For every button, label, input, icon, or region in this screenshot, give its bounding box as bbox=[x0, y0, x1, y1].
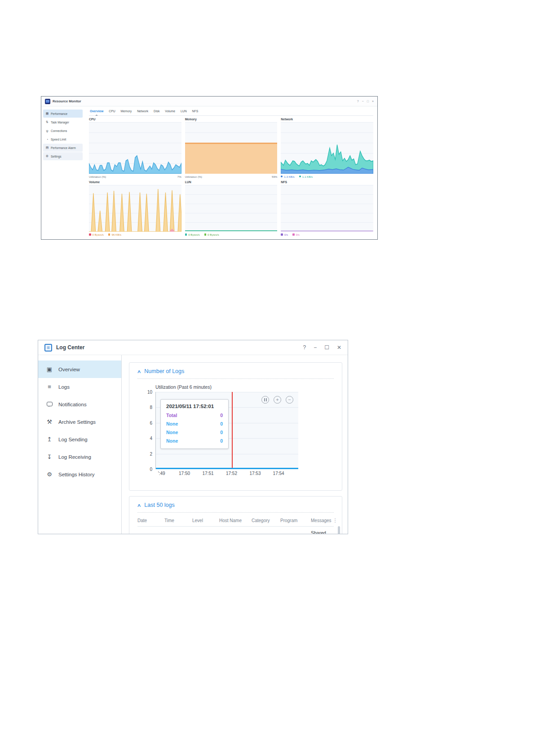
tooltip-value: 0 bbox=[220, 413, 223, 418]
lun-legend: 0 Bytes/s 0 Bytes/s bbox=[185, 232, 278, 237]
tab-volume[interactable]: Volume bbox=[165, 110, 175, 113]
performance-tabs: Overview CPU Memory Network Disk Volume … bbox=[89, 108, 373, 116]
cpu-chart bbox=[89, 122, 181, 174]
memory-panel: Memory Utilization (%) 59% bbox=[185, 118, 278, 179]
chart-controls: + − bbox=[261, 396, 293, 404]
tooltip-label: Total bbox=[166, 413, 177, 418]
x-tick: 17:54 bbox=[273, 471, 284, 476]
collapse-chevron-icon[interactable]: ∧ bbox=[137, 369, 141, 374]
gear-icon: ⚙ bbox=[45, 154, 49, 158]
lun-panel: LUN 0 Bytes/s 0 Bytes/s bbox=[185, 180, 278, 237]
volume-read-marker bbox=[89, 233, 91, 236]
volume-area-series bbox=[89, 185, 181, 232]
window-controls: ? − □ × bbox=[357, 100, 374, 103]
tab-cpu[interactable]: CPU bbox=[109, 110, 115, 113]
tooltip-label: None bbox=[166, 438, 178, 444]
sidebar-item-label: Settings bbox=[51, 155, 62, 158]
sidebar-item-task-manager[interactable]: ⇅ Task Manager bbox=[43, 118, 83, 126]
zoom-out-button[interactable]: − bbox=[286, 396, 293, 404]
lun-panel-title: LUN bbox=[185, 180, 278, 185]
y-tick: 8 bbox=[150, 405, 152, 410]
tab-nfs[interactable]: NFS bbox=[192, 110, 199, 113]
log-program: NetworkBa... bbox=[280, 533, 311, 534]
sidebar-item-log-receiving[interactable]: ↧ Log Receiving bbox=[38, 448, 121, 466]
connections-plug-icon: ψ bbox=[45, 129, 49, 132]
maximize-button[interactable]: ☐ bbox=[324, 345, 329, 350]
tooltip-value: 0 bbox=[220, 438, 223, 444]
section-heading: Number of Logs bbox=[144, 368, 184, 374]
sidebar-item-label: Connections bbox=[51, 129, 67, 132]
cpu-panel: CPU Utilization (%) 7% bbox=[89, 118, 181, 179]
tooltip-label: None bbox=[166, 421, 178, 426]
sidebar-item-speed-limit[interactable]: ◔ Speed Limit bbox=[43, 135, 83, 143]
sidebar-item-logs[interactable]: ≡ Logs bbox=[38, 378, 121, 396]
log-center-content: ∧ Number of Logs Utilization (Past 6 min… bbox=[122, 355, 348, 534]
tooltip-value: 0 bbox=[220, 430, 223, 435]
network-download-value: 1.1 KB/s bbox=[302, 175, 313, 178]
tab-network[interactable]: Network bbox=[137, 110, 148, 113]
resource-monitor-sidebar: ▦ Performance ⇅ Task Manager ψ Connectio… bbox=[41, 106, 84, 239]
alarm-server-icon: ▤ bbox=[45, 146, 49, 149]
column-options-icon[interactable]: ⋮ bbox=[332, 518, 338, 523]
cpu-utilization-value: 7% bbox=[177, 175, 181, 178]
tab-overview[interactable]: Overview bbox=[90, 110, 103, 113]
restore-button[interactable]: □ bbox=[367, 100, 369, 103]
column-header-time[interactable]: Time bbox=[164, 518, 192, 523]
sidebar-item-label: Logs bbox=[58, 384, 70, 390]
column-header-host-name[interactable]: Host Name bbox=[219, 518, 252, 523]
nfs-read-value: 0/s bbox=[284, 233, 288, 236]
log-center-titlebar: ≡ Log Center ? − ☐ ✕ bbox=[38, 340, 348, 355]
network-download-dot bbox=[299, 176, 301, 177]
tab-disk[interactable]: Disk bbox=[154, 110, 159, 113]
sidebar-item-performance-alarm[interactable]: ▤ Performance Alarm bbox=[43, 144, 83, 152]
y-tick: 2 bbox=[150, 451, 152, 456]
tab-lun[interactable]: LUN bbox=[181, 110, 187, 113]
lun-read-marker bbox=[185, 233, 187, 236]
tab-memory[interactable]: Memory bbox=[121, 110, 132, 113]
close-button[interactable]: × bbox=[372, 100, 374, 103]
last-50-logs-header[interactable]: ∧ Last 50 logs bbox=[137, 502, 334, 513]
pause-button[interactable] bbox=[261, 396, 269, 404]
desktop: Resource Monitor ? − □ × ▦ Performance ⇅… bbox=[0, 0, 535, 756]
cpu-panel-title: CPU bbox=[89, 118, 181, 122]
help-button[interactable]: ? bbox=[357, 100, 359, 103]
log-time: 17:24:41 bbox=[164, 533, 192, 534]
column-header-messages[interactable]: Messages bbox=[311, 518, 332, 523]
logs-table-header: Date Time Level Host Name Category Progr… bbox=[137, 514, 334, 527]
column-header-level[interactable]: Level bbox=[192, 518, 219, 523]
resource-monitor-window: Resource Monitor ? − □ × ▦ Performance ⇅… bbox=[41, 96, 378, 240]
table-row[interactable]: 05/11/20... 17:24:41 Error Blackbox SYST… bbox=[137, 527, 334, 534]
sidebar-item-overview[interactable]: ▣ Overview bbox=[38, 360, 121, 378]
memory-footer: Utilization (%) 59% bbox=[185, 174, 278, 179]
sidebar-item-archive-settings[interactable]: ⚒ Archive Settings bbox=[38, 413, 121, 431]
log-center-app-icon: ≡ bbox=[44, 344, 52, 352]
window-title: Log Center bbox=[56, 344, 84, 351]
sidebar-item-performance[interactable]: ▦ Performance bbox=[43, 110, 83, 118]
column-header-date[interactable]: Date bbox=[137, 518, 164, 523]
close-button[interactable]: ✕ bbox=[337, 345, 341, 350]
sidebar-item-label: Task Manager bbox=[51, 121, 69, 124]
column-header-program[interactable]: Program bbox=[280, 518, 311, 523]
sidebar-item-settings[interactable]: ⚙ Settings bbox=[43, 152, 83, 160]
sidebar-item-log-sending[interactable]: ↥ Log Sending bbox=[38, 431, 121, 448]
network-area-series bbox=[281, 122, 373, 174]
logs-list-icon: ≡ bbox=[46, 383, 53, 390]
x-tick: ':49 bbox=[158, 471, 165, 476]
log-center-body: ▣ Overview ≡ Logs Notifications ⚒ Archiv… bbox=[38, 355, 348, 534]
collapse-chevron-icon[interactable]: ∧ bbox=[137, 503, 141, 508]
column-header-category[interactable]: Category bbox=[252, 518, 280, 523]
minimize-button[interactable]: − bbox=[314, 345, 317, 350]
volume-panel: Volume 0 Bytes/s 96 KB/s bbox=[89, 180, 181, 237]
plot-area[interactable]: + − 2021/05/11 17:52:01 Total 0 bbox=[155, 392, 298, 469]
lun-write-marker bbox=[204, 233, 207, 236]
table-scrollbar[interactable] bbox=[338, 526, 340, 534]
number-of-logs-header[interactable]: ∧ Number of Logs bbox=[137, 368, 334, 379]
minimize-button[interactable]: − bbox=[362, 100, 364, 103]
sidebar-item-connections[interactable]: ψ Connections bbox=[43, 127, 83, 135]
network-panel: Network 1.3 KB/s 1.1 KB/s bbox=[281, 118, 373, 179]
resource-monitor-app-icon bbox=[45, 99, 50, 104]
zoom-in-button[interactable]: + bbox=[274, 396, 281, 404]
sidebar-item-notifications[interactable]: Notifications bbox=[38, 396, 121, 413]
help-button[interactable]: ? bbox=[303, 345, 306, 350]
sidebar-item-settings-history[interactable]: ⚙ Settings History bbox=[38, 466, 121, 483]
